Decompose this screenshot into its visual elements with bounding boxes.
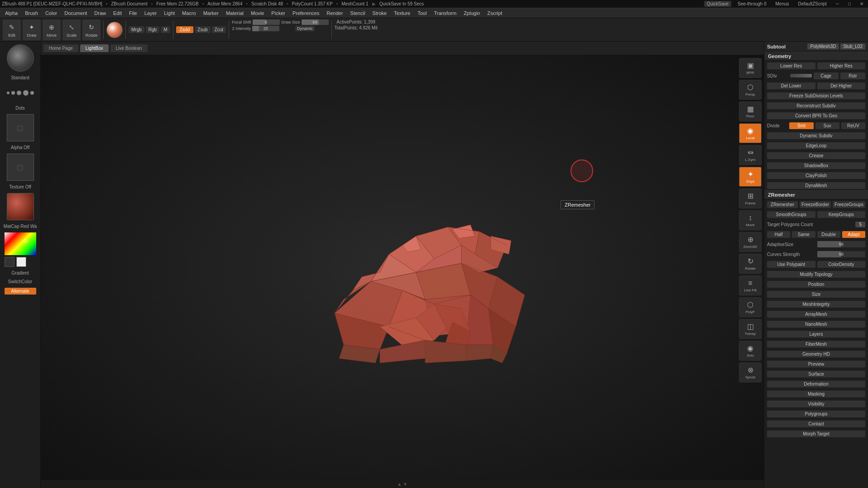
menu-item-render[interactable]: Render — [323, 10, 346, 17]
minimize-btn[interactable]: ─ — [833, 1, 842, 6]
edit-button[interactable]: ✎ Edit — [3, 19, 21, 40]
menu-item-stroke[interactable]: Stroke — [369, 10, 390, 17]
zadd-button[interactable]: Zadd — [176, 26, 194, 33]
zremesher-main-button[interactable]: ZRemesher — [767, 201, 798, 208]
foreground-color-swatch[interactable] — [5, 257, 14, 267]
use-polypaint-button[interactable]: Use Polypaint — [767, 261, 815, 268]
suv-button[interactable]: Suv — [815, 122, 839, 129]
stub-l02-label[interactable]: Stub_L02 — [840, 43, 865, 49]
mesh-integrity-button[interactable]: MeshIntegrity — [767, 301, 865, 308]
half-button[interactable]: Half — [767, 231, 790, 238]
menu-item-marker[interactable]: Marker — [200, 10, 222, 17]
texture-preview[interactable]: ◻ — [7, 154, 34, 181]
menu-item-light[interactable]: Light — [161, 10, 178, 17]
viewport-icon-polyf[interactable]: ⬡PolyF — [739, 297, 762, 317]
polymesh3d-label[interactable]: PolyMesh3D — [807, 43, 839, 49]
rotate-button[interactable]: ↻ Rotate — [82, 19, 101, 40]
reconstruct-subdiv-button[interactable]: Reconstruct Subdiv — [767, 102, 865, 109]
adapt-button[interactable]: Adapt — [842, 231, 865, 238]
zcut-button[interactable]: Zcut — [212, 26, 226, 33]
smt-button[interactable]: Smt — [789, 122, 813, 129]
tab-lightbox[interactable]: LightBox — [80, 44, 109, 52]
viewport-icon-local[interactable]: ◉Local — [739, 123, 762, 143]
menu-item-zscript[interactable]: Zscript — [484, 10, 505, 17]
default-script[interactable]: DefaultZScript — [796, 1, 830, 7]
rgb-toggle[interactable]: Rgb — [146, 26, 159, 33]
move-button[interactable]: ⊕ Move — [43, 19, 61, 40]
menu-item-file[interactable]: File — [126, 10, 140, 17]
draw-size-slider[interactable]: 64 — [302, 19, 329, 25]
viewport-icon-sxyz[interactable]: ✦SXyz — [739, 167, 762, 187]
double-button[interactable]: Double — [817, 231, 840, 238]
section-btn-contact[interactable]: Contact — [767, 420, 865, 427]
dynamic-subdiv-button[interactable]: Dynamic Subdiv — [767, 132, 865, 139]
section-btn-fibermesh[interactable]: FiberMesh — [767, 341, 865, 348]
matcap-preview[interactable] — [7, 193, 34, 220]
shadowbox-button[interactable]: ShadowBox — [767, 162, 865, 169]
del-higher-button[interactable]: Del Higher — [817, 82, 866, 89]
section-btn-geometry-hd[interactable]: Geometry HD — [767, 351, 865, 358]
size-button[interactable]: Size — [767, 291, 865, 298]
modify-topology-button[interactable]: Modify Topology — [767, 271, 865, 278]
dots-preview[interactable] — [7, 84, 34, 102]
zsub-button[interactable]: Zsub — [195, 26, 210, 33]
del-lower-button[interactable]: Del Lower — [767, 82, 815, 89]
reuv-button[interactable]: ReUV — [841, 122, 865, 129]
cage-button[interactable]: Cage — [814, 72, 839, 79]
smooth-groups-button[interactable]: SmoothGroups — [767, 211, 815, 218]
viewport-icon-frame[interactable]: ⊞Frame — [739, 188, 762, 208]
material-sphere[interactable] — [106, 22, 123, 38]
close-btn[interactable]: ✕ — [857, 1, 866, 6]
maximize-btn[interactable]: □ — [845, 1, 854, 6]
menu-item-texture[interactable]: Texture — [391, 10, 413, 17]
menu-item-transform[interactable]: Transform — [431, 10, 460, 17]
menus-btn[interactable]: Menus — [772, 1, 791, 7]
color-density-button[interactable]: ColorDensity — [817, 261, 866, 268]
alpha-preview[interactable]: ◻ — [7, 114, 34, 141]
viewport-icon-persp[interactable]: ⬡Persp — [739, 80, 762, 100]
viewport-icon-move[interactable]: ↕Move — [739, 210, 762, 230]
see-through[interactable]: See-through 0 — [735, 1, 769, 7]
menu-item-preferences[interactable]: Preferences — [289, 10, 322, 17]
claypolish-button[interactable]: ClayPolish — [767, 172, 865, 179]
section-btn-layers[interactable]: Layers — [767, 331, 865, 338]
z-intensity-slider[interactable]: 25 — [252, 26, 279, 31]
menu-item-zplugin[interactable]: Zplugin — [460, 10, 483, 17]
alternate-button[interactable]: Alternate — [5, 288, 36, 295]
viewport-icon-transp[interactable]: ◫Transp — [739, 319, 762, 339]
mrgb-toggle[interactable]: Mrgb — [129, 26, 144, 33]
viewport-icon-xpose[interactable]: ⊗Xpose — [739, 362, 762, 382]
lower-res-button[interactable]: Lower Res — [767, 63, 815, 69]
menu-item-edit[interactable]: Edit — [110, 10, 125, 17]
convert-bpr-button[interactable]: Convert BPR To Geo — [767, 112, 865, 119]
section-btn-preview[interactable]: Preview — [767, 361, 865, 367]
viewport[interactable]: ZRemesher ▣BPR⬡Persp▦Floor◉Local⇔L.Sym✦S… — [41, 55, 764, 480]
menu-item-color[interactable]: Color — [42, 10, 60, 17]
freeze-border-button[interactable]: FreezeBorder — [800, 201, 831, 208]
menu-item-alpha[interactable]: Alpha — [2, 10, 21, 17]
sdiv-slider[interactable] — [790, 74, 811, 77]
tab-home-page[interactable]: Home Page — [43, 44, 78, 52]
section-btn-morph-target[interactable]: Morph Target — [767, 430, 865, 437]
position-button[interactable]: Position — [767, 281, 865, 288]
edgeloop-button[interactable]: EdgeLoop — [767, 142, 865, 149]
curves-strength-slider[interactable]: 50 — [817, 251, 866, 257]
section-btn-deformation[interactable]: Deformation — [767, 381, 865, 387]
section-btn-masking[interactable]: Masking — [767, 391, 865, 397]
viewport-icon-rotate[interactable]: ↻Rotate — [739, 254, 762, 274]
menu-item-movie[interactable]: Movie — [248, 10, 267, 17]
menu-item-layer[interactable]: Layer — [141, 10, 160, 17]
same-button[interactable]: Same — [792, 231, 815, 238]
focal-shift-slider[interactable]: 0 — [253, 19, 280, 25]
dynamic-button[interactable]: Dynamic — [295, 26, 315, 31]
higher-res-button[interactable]: Higher Res — [817, 63, 866, 69]
menu-item-material[interactable]: Material — [223, 10, 247, 17]
dynamesh-button[interactable]: DynaMesh — [767, 182, 865, 189]
section-btn-polygroups[interactable]: Polygroups — [767, 411, 865, 417]
target-polygons-value[interactable]: 5 — [855, 222, 865, 227]
m-toggle[interactable]: M — [161, 26, 170, 33]
scale-button[interactable]: ⤡ Scale — [62, 19, 81, 40]
menu-item-stencil[interactable]: Stencil — [347, 10, 368, 17]
viewport-icon-solo[interactable]: ◉Solo — [739, 341, 762, 361]
section-btn-surface[interactable]: Surface — [767, 371, 865, 377]
